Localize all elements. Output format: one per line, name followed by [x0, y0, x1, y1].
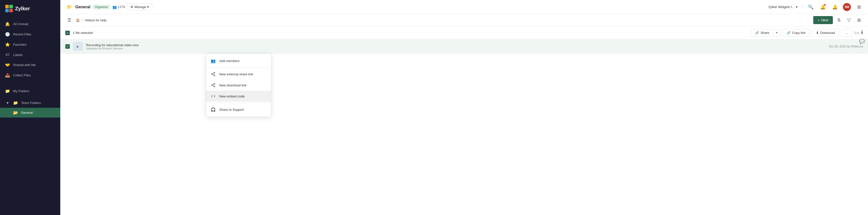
sidebar-item-shared-with-me[interactable]: 🤝 Shared with Me: [0, 60, 60, 70]
add-members-icon: 👥: [210, 58, 216, 64]
svg-rect-1: [9, 5, 13, 8]
svg-point-11: [214, 86, 215, 87]
chevron-down-icon: ▾: [5, 100, 10, 105]
share-label: Share: [761, 31, 769, 35]
alerts-button[interactable]: 🔔: [831, 3, 839, 11]
file-info: Recording for educational video.mov Uplo…: [86, 43, 826, 50]
more-options-button[interactable]: ...: [841, 29, 852, 37]
avatar[interactable]: SM: [843, 3, 851, 11]
home-icon[interactable]: 🏠: [76, 18, 80, 22]
new-external-share-label: New external share link: [219, 72, 253, 76]
general-folder-icon: 📂: [13, 110, 18, 115]
topbar-folder-name: General: [75, 5, 90, 9]
svg-point-9: [214, 83, 215, 85]
chevron-down-icon: ▾: [796, 5, 798, 9]
sidebar-item-recent-files[interactable]: 🕐 Recent Files: [0, 29, 60, 39]
sidebar-item-my-folders[interactable]: 📁 My Folders: [0, 86, 60, 96]
svg-point-4: [214, 72, 215, 73]
team-folder-icon: 📁: [13, 100, 18, 105]
sidebar-item-all-unread[interactable]: 🔔 All Unread: [0, 19, 60, 29]
download-icon: ⬇: [816, 31, 819, 35]
sidebar-item-labels[interactable]: 🏷 Labels: [0, 50, 60, 60]
dropdown-new-download-link[interactable]: New download link: [206, 80, 271, 91]
topbar-right: Zylker Widgets I... ▾ | 🔍 🔔 🔔 SM ⊞: [768, 3, 863, 11]
manage-button[interactable]: ⚙ Manage ▾: [127, 3, 152, 10]
view-toggle-button[interactable]: ☰: [65, 16, 73, 24]
new-label: New: [821, 18, 828, 22]
share-group: 🔗 Share ▾: [751, 29, 780, 37]
search-button[interactable]: 🔍: [807, 3, 815, 11]
settings-icon: ⚙: [130, 5, 133, 9]
right-panel: ℹ 💬: [856, 26, 868, 48]
svg-point-6: [214, 75, 215, 76]
sidebar-item-team-folders[interactable]: ▾ 📁 Team Folders: [0, 98, 60, 108]
collect-icon: 📥: [5, 73, 10, 78]
share-dropdown-button[interactable]: ▾: [774, 29, 780, 37]
sidebar: Zylker 🔔 All Unread 🕐 Recent Files ⭐ Fav…: [0, 0, 60, 215]
sidebar-item-label: My Folders: [13, 89, 29, 93]
file-uploader: Uploaded by Richard Johnson: [86, 47, 826, 50]
sidebar-item-general[interactable]: 📂 General: [0, 108, 60, 118]
sidebar-item-label: Recent Files: [13, 32, 31, 36]
select-all-checkbox[interactable]: ✓: [65, 31, 70, 35]
dropdown-add-members[interactable]: 👥 Add members: [206, 55, 271, 66]
sidebar-item-favorites[interactable]: ⭐ Favorites: [0, 40, 60, 50]
main-content: 📁 General Organizer 👥 1379 ⚙ Manage ▾ Zy…: [60, 0, 868, 215]
share-icon: 🤝: [5, 63, 10, 67]
dropdown-new-embed-code[interactable]: New embed code: [206, 91, 271, 102]
folder-icon: 📁: [5, 89, 10, 93]
file-row[interactable]: ✓ ▶ Recording for educational video.mov …: [60, 39, 868, 54]
dropdown-share-to-support[interactable]: 🎧 Share to Support: [206, 104, 271, 115]
new-download-link-label: New download link: [219, 83, 246, 87]
share-icon: 🔗: [755, 31, 759, 35]
content-area: ✓ 1 file selected 🔗 Share ▾ 🔗 Copy link …: [60, 26, 868, 215]
notifications-button[interactable]: 🔔: [819, 3, 827, 11]
bell-icon: 🔔: [5, 22, 10, 26]
external-share-icon: [210, 71, 216, 77]
new-button[interactable]: + New: [813, 16, 833, 24]
new-embed-code-label: New embed code: [219, 94, 245, 98]
file-checkbox[interactable]: ✓: [65, 44, 70, 49]
svg-rect-2: [5, 9, 9, 12]
download-link-icon: [210, 82, 216, 88]
org-selector[interactable]: Zylker Widgets I... ▾: [768, 5, 798, 9]
apps-grid-button[interactable]: ⊞: [855, 3, 863, 11]
svg-rect-0: [5, 5, 9, 8]
sidebar-item-collect-files[interactable]: 📥 Collect Files: [0, 70, 60, 80]
svg-point-5: [212, 73, 213, 75]
app-name: Zylker: [15, 6, 30, 11]
plus-icon: +: [818, 18, 820, 22]
file-toolbar: ☰ 🏠 > Videos for help + New ⇅ ▽ ⊞: [60, 14, 868, 26]
topbar: 📁 General Organizer 👥 1379 ⚙ Manage ▾ Zy…: [60, 0, 868, 14]
svg-point-10: [212, 85, 213, 86]
app-logo[interactable]: Zylker: [0, 0, 60, 17]
download-button[interactable]: ⬇ Download: [812, 29, 839, 37]
manage-label: Manage: [134, 5, 146, 9]
filter-button[interactable]: ▽: [845, 16, 853, 24]
info-panel-button[interactable]: ℹ: [858, 28, 866, 36]
download-label: Download: [820, 31, 835, 35]
dropdown-new-external-share[interactable]: New external share link: [206, 68, 271, 80]
people-icon: 👥: [113, 5, 117, 9]
topbar-left: 📁 General Organizer 👥 1379 ⚙ Manage ▾: [65, 3, 765, 11]
copy-link-button[interactable]: 🔗 Copy link: [782, 29, 810, 37]
breadcrumb-separator: >: [82, 18, 83, 22]
embed-code-icon: [210, 93, 216, 99]
star-icon: ⭐: [5, 42, 10, 47]
selection-bar: ✓ 1 file selected 🔗 Share ▾ 🔗 Copy link …: [60, 26, 868, 39]
comments-panel-button[interactable]: 💬: [858, 37, 866, 45]
support-icon: 🎧: [210, 106, 216, 113]
grid-view-button[interactable]: ⊞: [855, 16, 863, 24]
sort-button[interactable]: ⇅: [835, 16, 843, 24]
sidebar-nav: 🔔 All Unread 🕐 Recent Files ⭐ Favorites …: [0, 17, 60, 82]
organizer-badge: Organizer: [92, 4, 111, 9]
selected-count-text: 1 file selected: [73, 31, 93, 35]
toolbar-actions: + New ⇅ ▽ ⊞: [813, 16, 863, 24]
sidebar-item-label: Labels: [13, 53, 23, 57]
share-button[interactable]: 🔗 Share: [751, 29, 774, 37]
svg-line-7: [213, 74, 214, 75]
video-thumb-icon: ▶: [77, 45, 79, 48]
add-members-label: Add members: [219, 59, 240, 63]
share-dropdown-menu: 👥 Add members New external share link: [206, 54, 271, 117]
breadcrumb-current: Videos for help: [85, 18, 107, 22]
